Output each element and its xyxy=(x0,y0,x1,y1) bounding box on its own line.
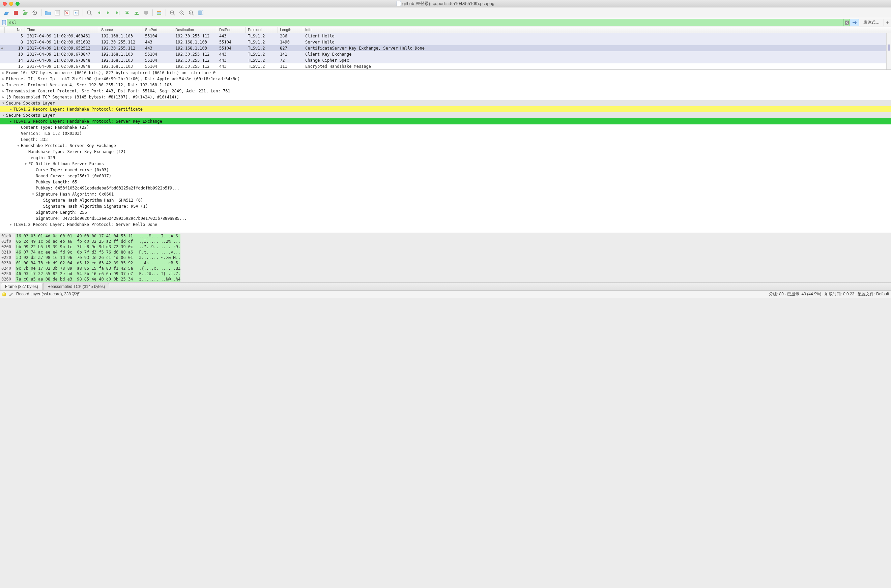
detail-tree-row[interactable]: ▶Frame 10: 827 bytes on wire (6616 bits)… xyxy=(0,70,891,76)
filter-bookmark-icon[interactable] xyxy=(2,20,7,26)
detail-tree-row[interactable]: Pubkey: 0453f1052c491cbdadeba6fbd03225a2… xyxy=(0,185,891,191)
go-to-packet-button[interactable] xyxy=(113,8,122,17)
detail-tree-row[interactable]: ▶Transmission Control Protocol, Src Port… xyxy=(0,88,891,94)
packet-details-pane[interactable]: ▶Frame 10: 827 bytes on wire (6616 bits)… xyxy=(0,69,891,232)
detail-tree-row[interactable]: Pubkey Length: 65 xyxy=(0,179,891,185)
hex-ascii: ..4s.... ...cB.5. xyxy=(137,261,180,266)
zoom-out-button[interactable] xyxy=(177,8,186,17)
detail-tree-row[interactable]: ▶[3 Reassembled TCP Segments (3145 bytes… xyxy=(0,94,891,100)
packet-row[interactable]: 52017-04-09 11:02:09.408461192.168.1.103… xyxy=(0,33,891,39)
go-forward-button[interactable] xyxy=(104,8,112,17)
detail-tree-row[interactable]: ▼Secure Sockets Layer xyxy=(0,112,891,118)
hex-row[interactable]: 02409c 7b 0e 17 02 3b 78 89a8 85 15 fa 8… xyxy=(2,266,890,272)
zoom-reset-button[interactable]: 1 xyxy=(187,8,196,17)
detail-tree-row[interactable]: Length: 329 xyxy=(0,155,891,161)
detail-tree-row[interactable]: Named Curve: secp256r1 (0x0017) xyxy=(0,173,891,179)
status-profile[interactable]: 配置文件: Default xyxy=(858,291,889,297)
zoom-in-button[interactable] xyxy=(168,8,177,17)
detail-tree-row[interactable]: ▶TLSv1.2 Record Layer: Handshake Protoco… xyxy=(0,222,891,228)
detail-tree-row[interactable]: ▶TLSv1.2 Record Layer: Handshake Protoco… xyxy=(0,106,891,112)
detail-tree-row[interactable]: ▶Internet Protocol Version 4, Src: 192.3… xyxy=(0,82,891,88)
packet-list-header[interactable]: No. Time Source SrcPort Destination DstP… xyxy=(0,27,891,33)
packet-list-scrollbar[interactable] xyxy=(886,33,891,69)
hex-offset: 0210 xyxy=(2,250,15,255)
hex-row[interactable]: 021046 07 74 ac ee e4 fd 9c0b 7f d3 f5 7… xyxy=(2,250,890,255)
disclosure-triangle-icon[interactable]: ▼ xyxy=(16,144,20,147)
disclosure-triangle-icon[interactable]: ▼ xyxy=(2,114,5,117)
open-file-button[interactable] xyxy=(44,8,52,17)
hex-row[interactable]: 01e016 03 03 01 4d 0c 00 0149 03 00 17 4… xyxy=(2,234,890,239)
restart-capture-button[interactable] xyxy=(21,8,30,17)
hex-bytes: 9c 7b 0e 17 02 3b 78 89 xyxy=(15,266,76,272)
detail-text: Signature Hash Algorithm Signature: RSA … xyxy=(42,204,148,209)
display-filter-input[interactable] xyxy=(7,19,844,26)
packet-row[interactable]: 132017-04-09 11:02:09.673847192.168.1.10… xyxy=(0,51,891,57)
disclosure-triangle-icon[interactable]: ▶ xyxy=(9,108,13,111)
filter-expression-button[interactable]: 表达式… xyxy=(859,20,884,25)
packet-row[interactable]: 82017-04-09 11:02:09.651682192.30.255.11… xyxy=(0,39,891,45)
minimize-window-button[interactable] xyxy=(9,2,13,6)
expert-info-icon[interactable] xyxy=(2,292,6,296)
disclosure-triangle-icon[interactable]: ▼ xyxy=(2,102,5,105)
disclosure-triangle-icon[interactable]: ▼ xyxy=(31,192,35,196)
edit-capture-comment-icon[interactable] xyxy=(9,292,14,297)
close-window-button[interactable] xyxy=(3,2,7,6)
packet-row[interactable]: ●102017-04-09 11:02:09.652512192.30.255.… xyxy=(0,45,891,51)
detail-tree-row[interactable]: Version: TLS 1.2 (0x0303) xyxy=(0,130,891,136)
go-back-button[interactable] xyxy=(94,8,103,17)
shark-fin-icon[interactable] xyxy=(2,8,11,17)
capture-options-button[interactable] xyxy=(30,8,39,17)
packet-row[interactable]: 142017-04-09 11:02:09.673848192.168.1.10… xyxy=(0,57,891,63)
detail-tree-row[interactable]: Signature Hash Algorithm Signature: RSA … xyxy=(0,203,891,209)
reload-file-button[interactable] xyxy=(72,8,81,17)
stop-capture-button[interactable] xyxy=(12,8,20,17)
detail-tree-row[interactable]: Signature Hash Algorithm Hash: SHA512 (6… xyxy=(0,197,891,203)
detail-tree-row[interactable]: Length: 333 xyxy=(0,136,891,142)
hex-row[interactable]: 0200bb 99 22 b5 f9 39 9b fc7f c8 9e 9d d… xyxy=(2,244,890,250)
hex-bytes: bb 99 22 b5 f9 39 9b fc xyxy=(15,244,76,250)
add-filter-button[interactable]: + xyxy=(884,19,891,26)
zoom-window-button[interactable] xyxy=(15,2,20,6)
detail-tree-row[interactable]: ▼Handshake Protocol: Server Key Exchange xyxy=(0,142,891,148)
go-to-first-button[interactable] xyxy=(123,8,132,17)
packet-row[interactable]: 152017-04-09 11:02:09.673848192.168.1.10… xyxy=(0,63,891,69)
detail-tree-row[interactable]: Signature Length: 256 xyxy=(0,209,891,216)
disclosure-triangle-icon[interactable]: ▶ xyxy=(2,71,5,75)
detail-tree-row[interactable]: ▶Ethernet II, Src: Tp-LinkT_2b:9f:00 (bc… xyxy=(0,76,891,82)
packet-bytes-pane[interactable]: 01e016 03 03 01 4d 0c 00 0149 03 00 17 4… xyxy=(0,232,891,282)
disclosure-triangle-icon[interactable]: ▶ xyxy=(2,77,5,81)
tab-reassembled-bytes[interactable]: Reassembled TCP (3145 bytes) xyxy=(43,283,109,290)
disclosure-triangle-icon[interactable]: ▶ xyxy=(2,83,5,87)
detail-tree-row[interactable]: ▼Signature Hash Algorithm: 0x0601 xyxy=(0,191,891,197)
hex-row[interactable]: 025046 93 f7 32 55 82 2e bd54 5b 16 e6 6… xyxy=(2,272,890,277)
detail-tree-row[interactable]: Signature: 3473cbd90204d512ee63428935929… xyxy=(0,216,891,222)
apply-filter-button[interactable] xyxy=(850,19,859,26)
colorize-button[interactable] xyxy=(155,8,164,17)
auto-scroll-button[interactable] xyxy=(142,8,150,17)
detail-tree-row[interactable]: ▼Secure Sockets Layer xyxy=(0,100,891,106)
clear-filter-button[interactable] xyxy=(844,19,850,26)
hex-row[interactable]: 022033 92 d3 a7 98 16 1d 967e 93 3e 26 c… xyxy=(2,255,890,261)
column-no: No. xyxy=(5,27,25,33)
detail-tree-row[interactable]: ▼TLSv1.2 Record Layer: Handshake Protoco… xyxy=(0,118,891,124)
disclosure-triangle-icon[interactable]: ▶ xyxy=(9,223,13,226)
hex-row[interactable]: 01f005 2c 49 1c bd ad eb a6fb d0 32 25 a… xyxy=(2,239,890,244)
disclosure-triangle-icon[interactable]: ▼ xyxy=(9,120,13,123)
hex-row[interactable]: 02607a c0 a5 aa 08 de bd e398 85 4e 40 c… xyxy=(2,277,890,282)
disclosure-triangle-icon[interactable]: ▶ xyxy=(2,89,5,93)
disclosure-triangle-icon[interactable]: ▶ xyxy=(2,95,5,99)
tab-frame-bytes[interactable]: Frame (827 bytes) xyxy=(1,283,42,290)
resize-columns-button[interactable] xyxy=(196,8,205,17)
save-file-button[interactable] xyxy=(53,8,62,17)
detail-tree-row[interactable]: Curve Type: named_curve (0x03) xyxy=(0,167,891,173)
detail-tree-row[interactable]: Handshake Type: Server Key Exchange (12) xyxy=(0,148,891,155)
hex-bytes: 01 00 34 73 cb d9 02 04 xyxy=(15,261,76,266)
find-packet-button[interactable] xyxy=(85,8,94,17)
disclosure-triangle-icon[interactable]: ▼ xyxy=(24,162,28,165)
close-file-button[interactable] xyxy=(62,8,71,17)
go-to-last-button[interactable] xyxy=(132,8,141,17)
detail-tree-row[interactable]: ▼EC Diffie-Hellman Server Params xyxy=(0,161,891,167)
hex-row[interactable]: 023001 00 34 73 cb d9 02 04d5 12 ee 63 4… xyxy=(2,261,890,266)
detail-tree-row[interactable]: Content Type: Handshake (22) xyxy=(0,124,891,130)
packet-list-pane[interactable]: No. Time Source SrcPort Destination DstP… xyxy=(0,27,891,69)
